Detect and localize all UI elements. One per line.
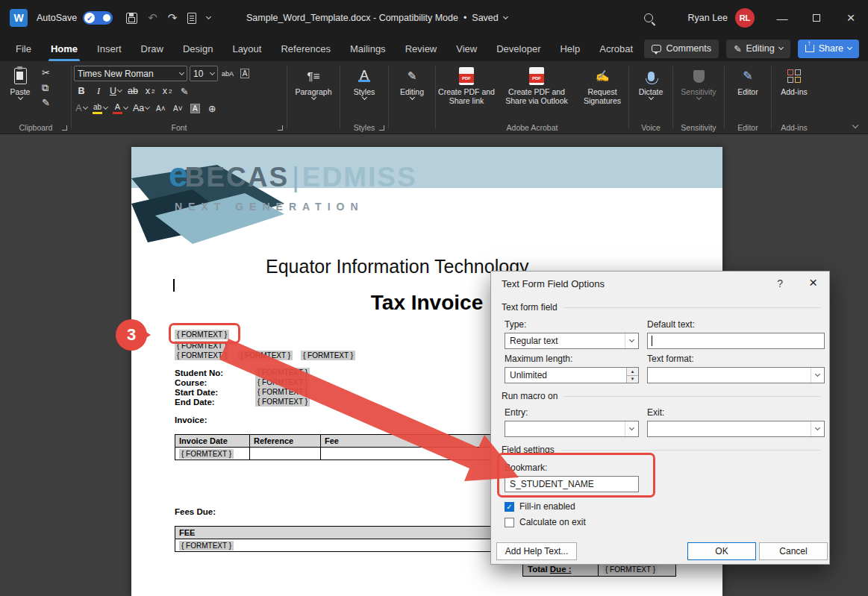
document-title-area[interactable]: Sample_Word_Template.docx - Compatibilit… — [246, 0, 508, 36]
tab-help[interactable]: Help — [550, 36, 590, 61]
user-name[interactable]: Ryan Lee — [687, 13, 728, 23]
form-field[interactable]: { FORMTEXT } — [179, 541, 234, 550]
tab-references[interactable]: References — [271, 36, 340, 61]
exit-dropdown[interactable] — [647, 421, 825, 437]
underline-button[interactable]: U — [108, 84, 123, 98]
entry-dropdown[interactable] — [505, 421, 639, 437]
ok-button[interactable]: OK — [687, 542, 756, 560]
tab-design[interactable]: Design — [173, 36, 222, 61]
add-help-text-button[interactable]: Add Help Text... — [496, 542, 577, 560]
ink-annotation-button[interactable]: ✎ — [177, 84, 192, 98]
bold-button[interactable]: B — [74, 84, 89, 98]
tab-review[interactable]: Review — [396, 36, 447, 61]
save-icon[interactable] — [126, 13, 137, 24]
editing-button[interactable]: ✎ Editing — [391, 63, 433, 121]
format-painter-icon[interactable]: ✎ — [42, 98, 50, 108]
share-button[interactable]: Share — [798, 40, 859, 58]
bookmark-input[interactable] — [505, 476, 639, 492]
calculate-on-exit-checkbox[interactable]: Calculate on exit — [505, 517, 586, 527]
tab-file[interactable]: File — [6, 36, 41, 61]
collapse-ribbon-icon[interactable] — [852, 122, 858, 128]
dictate-button[interactable]: Dictate — [631, 63, 670, 121]
comments-button[interactable]: Comments — [644, 40, 718, 58]
dialog-help-button[interactable]: ? — [777, 277, 783, 289]
copy-icon[interactable]: ⧉ — [42, 83, 50, 93]
undo-icon[interactable]: ↶ — [148, 11, 157, 25]
styles-dialog-launcher-icon[interactable] — [379, 125, 384, 131]
chevron-down-icon[interactable] — [811, 368, 824, 383]
type-dropdown[interactable]: Regular text — [505, 333, 639, 349]
qat-chevron-icon[interactable] — [206, 14, 211, 19]
change-case-button[interactable]: Aa — [131, 101, 151, 116]
subscript-button[interactable]: x2 — [143, 84, 157, 98]
tab-developer[interactable]: Developer — [487, 36, 550, 61]
form-field[interactable]: { FORMTEXT } — [255, 387, 310, 397]
cancel-button[interactable]: Cancel — [759, 542, 828, 560]
paste-button[interactable]: Paste — [3, 63, 37, 121]
form-field[interactable]: { FORMTEXT } — [255, 368, 310, 377]
strikethrough-button[interactable]: ab — [125, 84, 140, 98]
search-icon[interactable] — [644, 13, 653, 22]
user-avatar[interactable]: RL — [735, 8, 755, 28]
create-pdf-outlook-button[interactable]: Create PDF and Share via Outlook — [498, 63, 575, 121]
phonetic-guide-button[interactable]: abA — [220, 66, 235, 81]
tab-home[interactable]: Home — [41, 36, 87, 61]
spin-up-icon[interactable]: ▲ — [627, 368, 638, 376]
styles-button[interactable]: A Styles — [343, 63, 386, 121]
form-field[interactable]: { FORMTEXT } — [175, 351, 229, 360]
paragraph-button[interactable]: ¶≡ Paragraph — [290, 63, 337, 121]
form-field[interactable]: { FORMTEXT } — [179, 449, 234, 459]
document-icon[interactable] — [187, 13, 196, 24]
font-dialog-launcher-icon[interactable] — [278, 125, 283, 131]
form-field[interactable]: { FORMTEXT } — [238, 351, 293, 360]
enclose-characters-button[interactable]: ⊕ — [204, 101, 219, 116]
form-field[interactable]: { FORMTEXT } — [301, 351, 355, 360]
spin-down-icon[interactable]: ▼ — [627, 376, 638, 383]
clipboard-dialog-launcher-icon[interactable] — [62, 125, 67, 131]
highlight-color-button[interactable]: ab — [91, 101, 109, 116]
tab-view[interactable]: View — [446, 36, 487, 61]
request-signatures-button[interactable]: ✍ Request Signatures — [578, 63, 626, 121]
font-name-combobox[interactable]: Times New Roman — [74, 66, 187, 81]
chevron-down-icon[interactable] — [625, 333, 638, 348]
font-size-combobox[interactable]: 10 — [190, 66, 218, 81]
editor-button[interactable]: ✎ Editor — [727, 63, 769, 121]
character-border-button[interactable]: A — [237, 66, 252, 81]
dialog-close-button[interactable]: × — [809, 275, 817, 291]
character-shading-button[interactable]: A — [187, 101, 202, 116]
text-format-dropdown[interactable] — [647, 367, 825, 383]
redo-icon[interactable]: ↷ — [168, 11, 178, 25]
shrink-font-button[interactable]: A˅ — [170, 101, 185, 116]
microphone-icon — [648, 72, 655, 81]
close-button[interactable]: × — [834, 0, 868, 36]
fill-in-enabled-checkbox[interactable]: ✓ Fill-in enabled — [505, 501, 575, 512]
italic-button[interactable]: I — [91, 84, 106, 98]
word-app-icon[interactable]: W — [10, 9, 28, 27]
editing-mode-button[interactable]: ✎ Editing — [726, 40, 790, 58]
chevron-down-icon[interactable] — [811, 421, 824, 436]
tab-acrobat[interactable]: Acrobat — [590, 36, 643, 61]
tab-mailings[interactable]: Mailings — [340, 36, 396, 61]
tab-draw[interactable]: Draw — [131, 36, 173, 61]
form-field[interactable]: { FORMTEXT } — [603, 565, 658, 574]
default-text-input[interactable] — [647, 333, 825, 349]
addins-button[interactable]: Add-ins — [774, 63, 814, 121]
chevron-down-icon[interactable] — [625, 421, 638, 436]
create-pdf-share-link-button[interactable]: Create PDF and Share link — [438, 63, 495, 121]
maximum-length-spinner[interactable]: Unlimited ▲▼ — [505, 367, 639, 383]
cut-icon[interactable]: ✂ — [42, 68, 50, 78]
tab-layout[interactable]: Layout — [222, 36, 271, 61]
superscript-button[interactable]: x2 — [160, 84, 175, 98]
font-color-button[interactable]: A — [111, 101, 129, 116]
sensitivity-button[interactable]: Sensitivity — [675, 63, 722, 121]
form-field[interactable]: { FORMTEXT } — [175, 330, 229, 339]
tab-insert[interactable]: Insert — [87, 36, 131, 61]
maximize-button[interactable] — [799, 0, 834, 36]
minimize-button[interactable]: — — [765, 0, 799, 36]
form-field[interactable]: { FORMTEXT } — [255, 377, 310, 387]
form-field[interactable]: { FORMTEXT } — [175, 341, 229, 351]
form-field[interactable]: { FORMTEXT } — [255, 397, 310, 407]
text-effects-button[interactable]: A — [74, 101, 89, 116]
grow-font-button[interactable]: A˄ — [153, 101, 168, 116]
autosave-toggle[interactable]: ✓ — [83, 11, 113, 25]
